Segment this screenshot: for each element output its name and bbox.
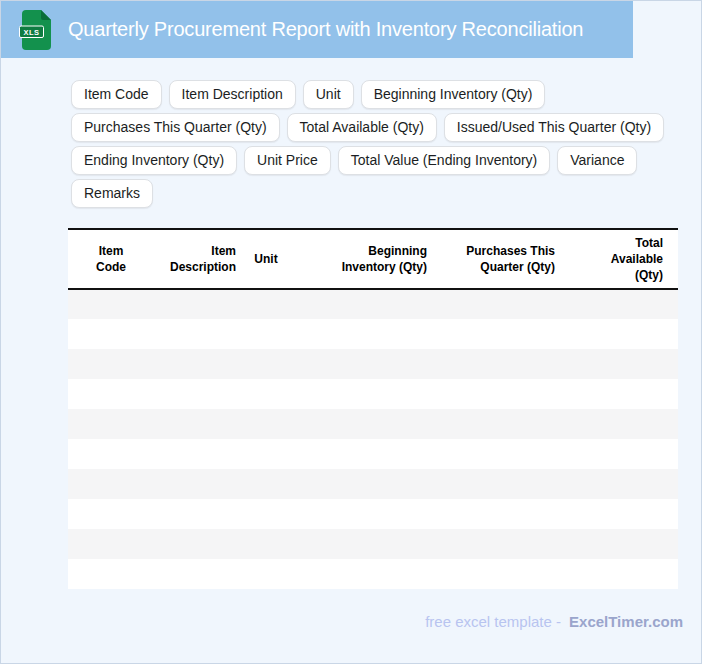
table-cell (68, 559, 154, 589)
table-row (68, 319, 678, 349)
column-header-item-description: Item Description (154, 229, 244, 289)
table-row (68, 349, 678, 379)
table-cell (244, 469, 288, 499)
table-row (68, 409, 678, 439)
table-cell (154, 349, 244, 379)
chip-item-code[interactable]: Item Code (71, 80, 162, 109)
title-bar: XLS Quarterly Procurement Report with In… (1, 1, 633, 58)
table-cell (561, 559, 678, 589)
table-row (68, 499, 678, 529)
table-cell (433, 379, 561, 409)
table-cell (68, 349, 154, 379)
table-cell (288, 379, 433, 409)
table-cell (68, 529, 154, 559)
chip-variance[interactable]: Variance (557, 146, 637, 175)
table-cell (561, 439, 678, 469)
table-cell (68, 319, 154, 349)
table-row (68, 439, 678, 469)
table-cell (288, 529, 433, 559)
table-row (68, 289, 678, 319)
chip-beginning-inventory[interactable]: Beginning Inventory (Qty) (361, 80, 546, 109)
table-cell (288, 559, 433, 589)
table-cell (433, 319, 561, 349)
page: XLS Quarterly Procurement Report with In… (0, 0, 702, 664)
table-cell (433, 529, 561, 559)
table-cell (244, 499, 288, 529)
table-cell (68, 289, 154, 319)
column-header-total-available: Total Available (Qty) (561, 229, 678, 289)
table-cell (288, 409, 433, 439)
chip-unit[interactable]: Unit (303, 80, 354, 109)
footer-text: free excel template - (425, 613, 561, 630)
page-title: Quarterly Procurement Report with Invent… (68, 18, 583, 41)
table-cell (68, 439, 154, 469)
chip-issued-used-this-quarter[interactable]: Issued/Used This Quarter (Qty) (444, 113, 664, 142)
table-body (68, 289, 678, 589)
table-cell (288, 289, 433, 319)
table-cell (244, 529, 288, 559)
chip-unit-price[interactable]: Unit Price (244, 146, 331, 175)
table-cell (154, 379, 244, 409)
table-cell (68, 499, 154, 529)
table-cell (244, 289, 288, 319)
table-cell (433, 499, 561, 529)
table-cell (244, 319, 288, 349)
table-cell (244, 439, 288, 469)
spreadsheet-preview-table: Item Code Item Description Unit Beginnin… (68, 228, 678, 589)
chip-total-available[interactable]: Total Available (Qty) (287, 113, 437, 142)
table-cell (154, 499, 244, 529)
chip-ending-inventory[interactable]: Ending Inventory (Qty) (71, 146, 237, 175)
xls-badge-label: XLS (23, 27, 39, 36)
keyword-chip-list: Item Code Item Description Unit Beginnin… (71, 80, 683, 208)
table-cell (154, 409, 244, 439)
table-cell (154, 469, 244, 499)
table-cell (561, 409, 678, 439)
table-cell (433, 289, 561, 319)
table-cell (433, 409, 561, 439)
table-cell (561, 349, 678, 379)
table-cell (154, 439, 244, 469)
table-cell (561, 499, 678, 529)
table-cell (154, 559, 244, 589)
chip-item-description[interactable]: Item Description (169, 80, 296, 109)
table-cell (244, 559, 288, 589)
chip-remarks[interactable]: Remarks (71, 179, 153, 208)
column-header-unit: Unit (244, 229, 288, 289)
table-header-row: Item Code Item Description Unit Beginnin… (68, 229, 678, 289)
footer-brand-link[interactable]: ExcelTimer.com (569, 613, 683, 630)
table-cell (244, 409, 288, 439)
table-cell (288, 439, 433, 469)
table-cell (561, 379, 678, 409)
table-header: Item Code Item Description Unit Beginnin… (68, 229, 678, 289)
table-row (68, 559, 678, 589)
table-cell (288, 349, 433, 379)
table-cell (433, 469, 561, 499)
table-row (68, 379, 678, 409)
table-cell (68, 469, 154, 499)
table-row (68, 469, 678, 499)
table-cell (154, 529, 244, 559)
footer: free excel template -ExcelTimer.com (71, 613, 683, 630)
table-cell (288, 469, 433, 499)
column-header-item-code: Item Code (68, 229, 154, 289)
table-cell (561, 529, 678, 559)
table-cell (433, 559, 561, 589)
table-cell (433, 349, 561, 379)
table-cell (68, 379, 154, 409)
table-cell (561, 289, 678, 319)
column-header-purchases-this-quarter: Purchases This Quarter (Qty) (433, 229, 561, 289)
table-cell (561, 319, 678, 349)
table-cell (154, 289, 244, 319)
table-row (68, 529, 678, 559)
xls-file-icon: XLS (18, 9, 54, 51)
table-cell (68, 409, 154, 439)
chip-purchases-this-quarter[interactable]: Purchases This Quarter (Qty) (71, 113, 280, 142)
table-cell (244, 349, 288, 379)
table-cell (244, 379, 288, 409)
table-cell (154, 319, 244, 349)
table-cell (288, 319, 433, 349)
column-header-beginning-inventory: Beginning Inventory (Qty) (288, 229, 433, 289)
chip-total-value-ending-inventory[interactable]: Total Value (Ending Inventory) (338, 146, 551, 175)
table-cell (561, 469, 678, 499)
table-cell (433, 439, 561, 469)
